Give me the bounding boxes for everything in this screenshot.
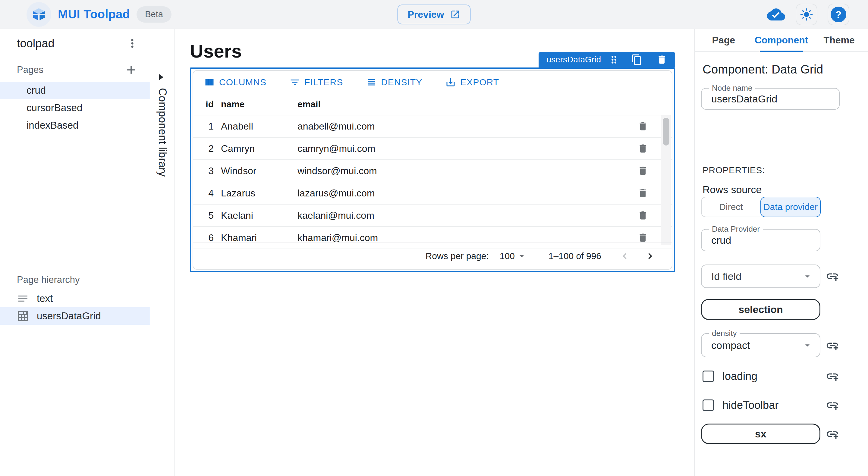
pages-header-label: Pages (17, 64, 43, 75)
help-icon: ? (831, 7, 846, 22)
app-title: MUI Toolpad (58, 7, 130, 21)
more-vert-icon[interactable] (126, 37, 139, 50)
bind-density-icon[interactable] (826, 339, 839, 352)
cell-name: Camryn (221, 143, 263, 154)
arrow-drop-down-icon (802, 271, 812, 281)
topbar-right-actions: ? (767, 0, 849, 29)
tab-component[interactable]: Component (752, 29, 810, 51)
users-data-grid-component[interactable]: COLUMNS FILTERS (190, 67, 675, 272)
export-button[interactable]: EXPORT (443, 76, 501, 88)
delete-row-icon[interactable] (625, 232, 661, 243)
hide-toolbar-row: hideToolbar (703, 399, 778, 412)
page-canvas: Users usersDataGrid (175, 29, 694, 476)
selection-button[interactable]: selection (701, 299, 820, 320)
density-button-label: DENSITY (381, 77, 422, 87)
theme-toggle-button[interactable] (796, 4, 817, 25)
properties-header: PROPERTIES: (703, 165, 765, 175)
density-value: compact (702, 340, 750, 351)
delete-component-icon[interactable] (656, 54, 667, 65)
preview-button[interactable]: Preview (398, 4, 471, 24)
sidebar-item-indexbased[interactable]: indexBased (0, 117, 150, 134)
toggle-direct[interactable]: Direct (701, 197, 761, 217)
node-name-field[interactable]: Node name usersDataGrid (701, 88, 840, 110)
id-field-select[interactable]: Id field (701, 264, 820, 288)
rows-per-page-select[interactable]: 100 (500, 251, 527, 261)
cell-email: anabell@mui.com (298, 121, 625, 132)
table-row[interactable]: 2 Camryn camryn@mui.com (193, 138, 672, 160)
mui-toolpad-logo-icon (27, 2, 51, 27)
bind-id-field-icon[interactable] (826, 269, 839, 283)
delete-row-icon[interactable] (625, 210, 661, 221)
drag-handle-icon[interactable] (608, 54, 620, 65)
add-page-icon[interactable] (124, 63, 138, 76)
cell-id: 3 (193, 165, 214, 177)
rows-per-page-label: Rows per page: (426, 251, 489, 261)
density-select[interactable]: density compact (701, 333, 820, 357)
rows-source-toggle: Direct Data provider (701, 197, 821, 217)
pagination-range-label: 1–100 of 996 (549, 251, 601, 261)
sidebar-item-label: indexBased (27, 120, 79, 131)
hierarchy-item-label: usersDataGrid (37, 310, 101, 322)
hide-toolbar-checkbox[interactable] (703, 400, 714, 411)
preview-button-label: Preview (408, 9, 444, 20)
delete-row-icon[interactable] (625, 165, 661, 176)
column-header-email[interactable]: email (298, 99, 672, 109)
cell-email: windsor@mui.com (298, 165, 625, 177)
delete-row-icon[interactable] (625, 143, 661, 154)
density-lines-icon (366, 77, 377, 88)
selected-component-chip[interactable]: usersDataGrid (538, 52, 675, 67)
expand-arrow-icon[interactable] (158, 73, 164, 81)
component-heading: Component: Data Grid (703, 63, 823, 76)
cell-email: kaelani@mui.com (298, 210, 625, 221)
column-header-id[interactable]: id (193, 99, 214, 109)
columns-button[interactable]: COLUMNS (202, 76, 268, 88)
loading-label: loading (722, 370, 757, 383)
duplicate-component-icon[interactable] (631, 54, 643, 65)
project-row: toolpad (0, 29, 150, 58)
table-row[interactable]: 4 Lazarus lazarus@mui.com (193, 182, 672, 204)
cell-name: Kaelani (221, 210, 263, 221)
density-button[interactable]: DENSITY (364, 76, 424, 88)
cell-id: 6 (193, 232, 214, 244)
inspector-panel: Page Component Theme Component: Data Gri… (694, 29, 868, 476)
hierarchy-item-text[interactable]: text (0, 290, 150, 307)
data-provider-field[interactable]: Data Provider crud (701, 229, 820, 251)
table-row[interactable]: 1 Anabell anabell@mui.com (193, 116, 672, 138)
component-library-tab[interactable]: Component library (156, 88, 169, 177)
table-row[interactable]: 3 Windsor windsor@mui.com (193, 160, 672, 182)
sidebar-item-cursorbased[interactable]: cursorBased (0, 99, 150, 117)
page-hierarchy-label: Page hierarchy (17, 275, 80, 285)
text-icon (17, 292, 29, 305)
pages-section-header: Pages (0, 58, 150, 82)
sx-button[interactable]: sx (701, 423, 820, 444)
page-hierarchy-header: Page hierarchy (0, 269, 150, 290)
view-column-icon (204, 77, 215, 88)
toggle-data-provider[interactable]: Data provider (761, 197, 821, 217)
next-page-icon[interactable] (644, 250, 656, 262)
column-header-name[interactable]: name (221, 99, 263, 109)
delete-row-icon[interactable] (625, 121, 661, 132)
cell-id: 1 (193, 121, 214, 132)
tab-page[interactable]: Page (695, 29, 752, 51)
table-row[interactable]: 5 Kaelani kaelani@mui.com (193, 204, 672, 227)
hierarchy-item-label: text (37, 293, 53, 304)
rows-source-label: Rows source (703, 184, 762, 195)
cell-name: Anabell (221, 121, 263, 132)
help-button[interactable]: ? (828, 4, 849, 25)
data-provider-value: crud (702, 234, 731, 246)
columns-button-label: COLUMNS (219, 77, 267, 87)
hierarchy-item-usersdatagrid[interactable]: usersDataGrid (0, 307, 150, 325)
filters-button[interactable]: FILTERS (287, 76, 345, 88)
grid-vertical-scrollbar[interactable] (661, 116, 671, 245)
bind-sx-icon[interactable] (826, 427, 839, 441)
grid-header-row: id name email (193, 94, 672, 116)
scrollbar-thumb[interactable] (663, 118, 670, 146)
loading-checkbox[interactable] (703, 371, 714, 382)
tab-theme[interactable]: Theme (810, 29, 868, 51)
delete-row-icon[interactable] (625, 188, 661, 198)
bind-hide-toolbar-icon[interactable] (826, 398, 839, 412)
sidebar-item-crud[interactable]: crud (0, 82, 150, 99)
bind-loading-icon[interactable] (826, 369, 839, 383)
previous-page-icon[interactable] (619, 250, 631, 262)
component-library-strip: Component library (150, 29, 175, 476)
